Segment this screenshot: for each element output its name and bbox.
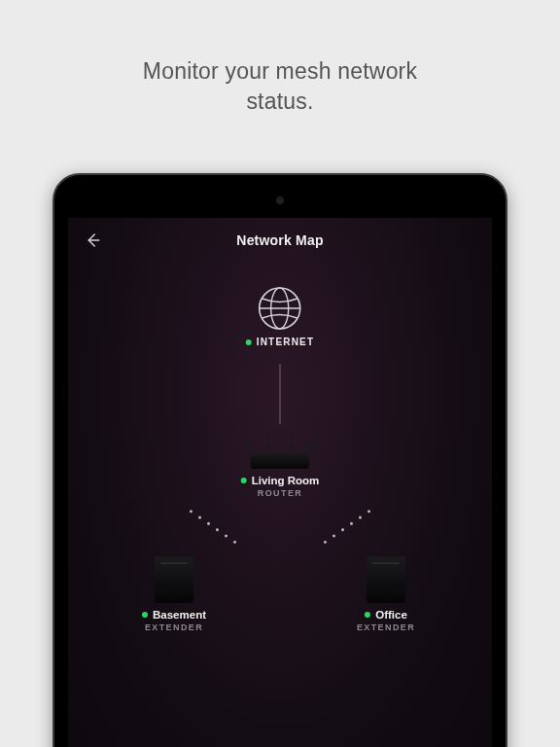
promo-heading: Monitor your mesh network status. xyxy=(0,0,560,117)
promo-line1: Monitor your mesh network xyxy=(143,58,417,84)
tablet-frame: Network Map INTERNET xyxy=(52,173,508,747)
node-extender[interactable]: Basement EXTENDER xyxy=(142,556,206,632)
connection-dotline xyxy=(189,510,236,545)
node-extender-role: EXTENDER xyxy=(357,622,415,632)
node-router-label: Living Room xyxy=(252,475,320,486)
network-map: INTERNET Living Room ROUTER xyxy=(68,263,492,747)
node-router-role: ROUTER xyxy=(241,488,320,498)
connection-line xyxy=(280,364,281,424)
status-dot-online xyxy=(365,612,370,618)
router-icon xyxy=(242,426,318,469)
status-dot-online xyxy=(241,478,247,483)
node-extender[interactable]: Office EXTENDER xyxy=(357,556,415,632)
app-header: Network Map xyxy=(68,218,492,263)
extender-icon xyxy=(155,556,193,603)
node-extender-label: Basement xyxy=(153,609,206,621)
node-internet[interactable]: INTERNET xyxy=(246,286,315,347)
connection-dotline xyxy=(323,510,370,545)
node-router[interactable]: Living Room ROUTER xyxy=(241,426,320,498)
page-title: Network Map xyxy=(236,232,323,248)
arrow-left-icon xyxy=(84,231,101,249)
node-extender-label: Office xyxy=(375,609,407,621)
app-screen: Network Map INTERNET xyxy=(68,218,492,747)
status-dot-online xyxy=(142,612,148,618)
node-internet-label: INTERNET xyxy=(257,337,315,347)
node-extender-role: EXTENDER xyxy=(142,622,206,632)
globe-icon xyxy=(258,286,302,331)
status-dot-online xyxy=(246,339,252,345)
extender-icon xyxy=(367,556,405,603)
back-button[interactable] xyxy=(82,230,103,251)
promo-line2: status. xyxy=(246,89,313,114)
